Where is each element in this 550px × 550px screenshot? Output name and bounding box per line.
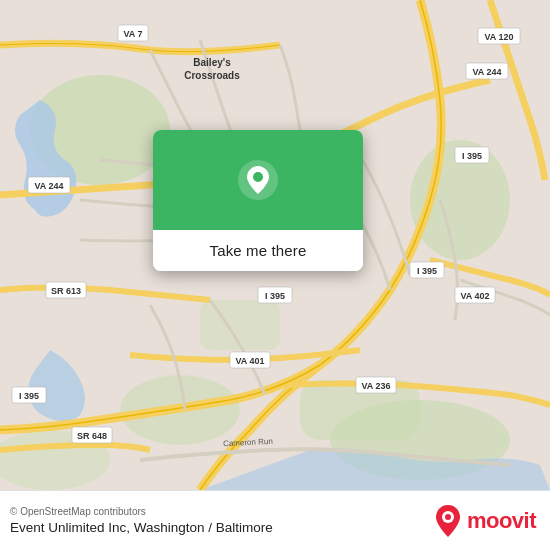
svg-text:VA 7: VA 7 [123,29,142,39]
svg-text:SR 613: SR 613 [51,286,81,296]
svg-text:Bailey's: Bailey's [193,57,231,68]
svg-text:I 395: I 395 [265,291,285,301]
svg-text:VA 244: VA 244 [472,67,501,77]
svg-text:VA 120: VA 120 [484,32,513,42]
bottom-bar: © OpenStreetMap contributors Event Unlim… [0,490,550,550]
svg-text:VA 402: VA 402 [460,291,489,301]
svg-text:I 395: I 395 [417,266,437,276]
location-title: Event Unlimited Inc, Washington / Baltim… [10,520,273,535]
svg-text:VA 401: VA 401 [235,356,264,366]
bottom-info: © OpenStreetMap contributors Event Unlim… [10,506,273,535]
popup-card: Take me there [153,130,363,271]
svg-text:I 395: I 395 [19,391,39,401]
osm-attribution: © OpenStreetMap contributors [10,506,273,517]
svg-point-38 [253,172,263,182]
popup-green-area [153,130,363,230]
moovit-logo: moovit [434,504,536,538]
moovit-pin-icon [434,504,462,538]
moovit-brand-text: moovit [467,508,536,534]
location-pin-icon [236,158,280,202]
svg-text:VA 244: VA 244 [34,181,63,191]
svg-text:I 395: I 395 [462,151,482,161]
svg-point-40 [445,514,451,520]
svg-text:Crossroads: Crossroads [184,70,240,81]
map-container: VA 7 VA 244 VA 120 VA 244 I 395 I 395 I … [0,0,550,490]
take-me-there-button[interactable]: Take me there [153,230,363,271]
svg-text:SR 648: SR 648 [77,431,107,441]
svg-text:VA 236: VA 236 [361,381,390,391]
